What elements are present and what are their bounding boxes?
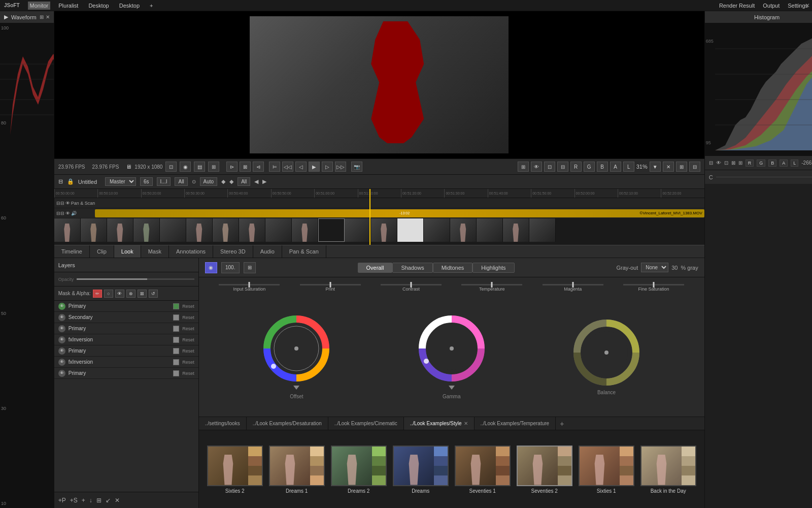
camera-btn[interactable]: 📷	[351, 162, 362, 172]
layer-eye-1[interactable]: 👁	[58, 303, 65, 310]
channel-g[interactable]: G	[584, 162, 595, 172]
look-shadows-btn[interactable]: Shadows	[392, 263, 432, 273]
layer-fxinv-2[interactable]: 👁 fxInversion Reset	[54, 357, 198, 368]
looks-tab-style[interactable]: ../Look Examples/Style ✕	[404, 417, 475, 430]
hist-eye-icon[interactable]: 👁	[716, 160, 721, 166]
add-primary-btn[interactable]: +P	[58, 497, 66, 504]
layer-reset-3[interactable]: Reset	[182, 326, 194, 331]
layer-eye-4[interactable]: 👁	[58, 336, 65, 343]
look-midtones-btn[interactable]: Midtones	[433, 263, 473, 273]
tab-audio[interactable]: Audio	[253, 245, 282, 258]
vect-btn[interactable]: ⊟	[557, 162, 568, 172]
mode-btn[interactable]: ▤	[194, 162, 205, 172]
offset-color-wheel[interactable]	[263, 315, 329, 382]
layer-primary-3[interactable]: 👁 Primary Reset	[54, 345, 198, 357]
add-secondary-btn[interactable]: +S	[70, 497, 78, 504]
layer-eye-7[interactable]: 👁	[58, 370, 65, 377]
waveform-pin-icon[interactable]: ⊞	[40, 14, 44, 20]
mark-out-btn[interactable]: ⊲	[253, 162, 264, 172]
waveform-close-icon[interactable]: ✕	[46, 14, 50, 20]
look-item-dreams[interactable]: Dreams	[393, 446, 449, 494]
zoom-fit-btn[interactable]: ✕	[663, 162, 674, 172]
tab-mask[interactable]: Mask	[141, 245, 169, 258]
look-item-sixties2[interactable]: Sixties 2	[207, 446, 263, 494]
timeline-all-btn[interactable]: All	[175, 177, 187, 186]
tab-panscan[interactable]: Pan & Scan	[282, 245, 326, 258]
look-item-dreams2[interactable]: Dreams 2	[331, 446, 387, 494]
looks-tab-cinematic[interactable]: ../Look Examples/Cinematic	[328, 417, 404, 430]
timeline-preset-select[interactable]: Master	[105, 177, 136, 186]
menu-monitor[interactable]: Monitor	[28, 2, 51, 10]
temp-track[interactable]	[461, 284, 522, 285]
lut-btn[interactable]: 👁	[531, 162, 542, 172]
look-item-dreams1[interactable]: Dreams 1	[269, 446, 325, 494]
layer-secondary-1[interactable]: 👁 Secondary Reset	[54, 312, 198, 323]
layer-primary-2[interactable]: 👁 Primary Reset	[54, 323, 198, 334]
delete-layer-btn[interactable]: ✕	[115, 497, 120, 504]
layer-eye-3[interactable]: 👁	[58, 325, 65, 332]
color-btn[interactable]: ◉	[180, 162, 191, 172]
export-btn[interactable]: ↙	[106, 497, 111, 504]
timeline-markers-btn[interactable]: I...I	[157, 177, 171, 186]
contrast-track[interactable]	[381, 284, 442, 285]
timeline-6s-btn[interactable]: 6s	[140, 177, 153, 186]
main-clip-track[interactable]: ©Vincent_Laforet_MVI_1383.MOV -13:02	[95, 209, 704, 217]
looks-tab-settings[interactable]: ../settings/looks	[199, 417, 247, 430]
hist-ch-g[interactable]: G	[757, 160, 765, 167]
next-btn[interactable]: ▷▷	[335, 162, 346, 172]
look-lut-icon[interactable]: ◉	[205, 262, 217, 273]
waveform-play-icon[interactable]: ▶	[4, 14, 8, 20]
split-btn[interactable]: ⊠	[240, 162, 251, 172]
looks-tab-temperature[interactable]: ../Look Examples/Temperature	[475, 417, 556, 430]
gray-out-select[interactable]: None	[641, 263, 668, 272]
nav-right-btn[interactable]: ▶	[262, 178, 266, 185]
hist-controls-btn[interactable]: ⊞	[518, 162, 529, 172]
look-item-backintheday[interactable]: Back in the Day	[640, 446, 696, 494]
play-btn[interactable]: ▶	[309, 162, 320, 172]
layer-fxinv-1[interactable]: 👁 fxInversion Reset	[54, 334, 198, 345]
timeline-all2-btn[interactable]: All	[238, 177, 250, 186]
mask-btn-reset[interactable]: ↺	[149, 290, 158, 298]
menu-desktop1[interactable]: Desktop	[86, 2, 111, 10]
layer-eye-5[interactable]: 👁	[58, 347, 65, 355]
menu-add[interactable]: +	[148, 2, 155, 10]
mode-btn2[interactable]: ⊞	[208, 162, 219, 172]
tab-annotations[interactable]: Annotations	[169, 245, 213, 258]
mask-btn-garbage[interactable]: ⊠	[138, 290, 147, 298]
opacity-slider[interactable]	[77, 278, 194, 280]
look-highlights-btn[interactable]: Highlights	[472, 263, 514, 273]
look-item-sixties1[interactable]: Sixties 1	[579, 446, 634, 494]
hist-ch-r[interactable]: R	[746, 160, 754, 167]
mask-btn-circle[interactable]: ○	[104, 290, 113, 298]
prev-btn[interactable]: ◁◁	[282, 162, 293, 172]
move-down-btn[interactable]: ↓	[89, 497, 92, 504]
menu-desktop2[interactable]: Desktop	[117, 2, 142, 10]
hist-ch-a[interactable]: A	[780, 160, 788, 167]
look-grid-btn[interactable]: ⊞	[244, 262, 256, 273]
fine-sat-track[interactable]	[623, 284, 684, 285]
print-track[interactable]	[300, 284, 361, 285]
input-sat-track[interactable]	[219, 284, 280, 285]
render-result-btn[interactable]: Render Result	[719, 3, 755, 9]
layer-reset-4[interactable]: Reset	[182, 337, 194, 342]
layer-reset-1[interactable]: Reset	[182, 304, 194, 309]
hist-settings-icon[interactable]: ⊟	[709, 160, 713, 166]
layer-eye-2[interactable]: 👁	[58, 314, 65, 321]
zoom-dropdown[interactable]: ▼	[650, 162, 661, 172]
mark-in-btn[interactable]: ⊳	[226, 162, 238, 172]
output-btn[interactable]: Output	[763, 3, 780, 9]
looks-tab-style-close[interactable]: ✕	[464, 421, 468, 426]
menu-pluralist[interactable]: Pluralist	[56, 2, 80, 10]
layer-reset-2[interactable]: Reset	[182, 315, 194, 320]
add-btn[interactable]: +	[82, 497, 85, 504]
hist-wfm-icon[interactable]: ⊡	[724, 160, 728, 166]
layer-reset-5[interactable]: Reset	[182, 348, 194, 354]
timeline-auto-btn[interactable]: Auto	[200, 177, 218, 186]
channel-a[interactable]: A	[610, 162, 621, 172]
channel-r[interactable]: R	[570, 162, 582, 172]
wfm-btn[interactable]: ⊡	[544, 162, 555, 172]
track-2-sound[interactable]: 🔊	[71, 211, 77, 216]
magenta-track[interactable]	[543, 284, 603, 285]
frame-type-btn[interactable]: ⊡	[165, 162, 177, 172]
look-overall-btn[interactable]: Overall	[358, 263, 393, 273]
